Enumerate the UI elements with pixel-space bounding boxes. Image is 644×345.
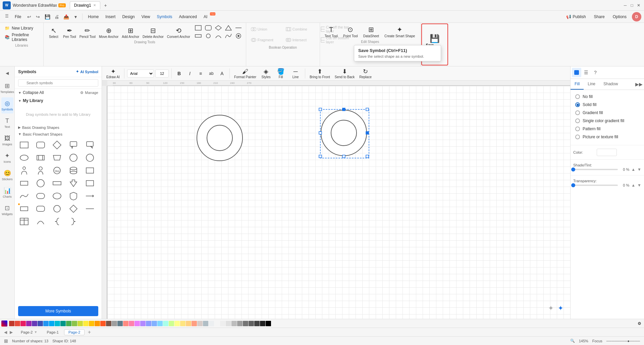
select-tool-btn[interactable]: ↖ Select xyxy=(46,24,61,40)
shape-rect[interactable] xyxy=(17,139,31,151)
more-symbols-btn[interactable]: More Symbols xyxy=(18,306,98,316)
shape-callout-right[interactable] xyxy=(83,139,97,151)
menu-view[interactable]: View xyxy=(139,13,153,20)
shape-curly-brace2[interactable] xyxy=(67,215,80,228)
menu-insert[interactable]: Insert xyxy=(103,13,118,20)
color-swatch-grey[interactable] xyxy=(112,321,117,326)
publish-btn[interactable]: 📢 Publish xyxy=(564,13,588,20)
shape-person[interactable] xyxy=(17,164,31,177)
basic-flowchart-header[interactable]: ▼ Basic Flowchart Shapes xyxy=(15,131,102,138)
shape-circle-btn[interactable] xyxy=(204,32,213,40)
close-tab-icon[interactable]: ✕ xyxy=(93,3,96,7)
sidebar-toggle[interactable]: ☰ xyxy=(3,12,11,20)
color-swatch-orange[interactable] xyxy=(95,321,100,326)
color-swatch-17[interactable] xyxy=(214,321,220,326)
new-tab-btn[interactable]: + xyxy=(102,1,110,9)
fragment-btn[interactable]: Fragment xyxy=(249,35,282,45)
color-swatch-13[interactable] xyxy=(192,321,197,326)
color-swatch-red[interactable] xyxy=(15,321,20,326)
drawing-tab[interactable]: Drawing1 ✕ xyxy=(70,1,100,9)
close-btn[interactable]: ✕ xyxy=(636,3,641,8)
font-color-btn[interactable]: A xyxy=(217,70,227,77)
nav-text[interactable]: T Text xyxy=(1,115,13,131)
pattern-fill-option[interactable]: Pattern fill xyxy=(573,125,641,133)
point-tool-btn[interactable]: ⊙ Point Tool xyxy=(341,24,360,39)
shape-small-rect3[interactable] xyxy=(17,203,31,215)
manage-btn[interactable]: ⚙ Manage xyxy=(80,91,98,95)
shape-diamond2[interactable] xyxy=(67,203,80,215)
delete-anchor-btn[interactable]: ⊟ Delete Anchor xyxy=(141,24,165,40)
menu-file[interactable]: File xyxy=(12,13,24,20)
shape-rect2[interactable] xyxy=(83,164,97,177)
format-painter-btn[interactable]: 🖌 Format Painter xyxy=(232,67,258,80)
menu-home[interactable]: Home xyxy=(85,13,101,20)
pen-tool-btn[interactable]: ✒ Pen Tool xyxy=(62,24,77,40)
color-wheel-btn[interactable] xyxy=(1,321,7,327)
nav-symbols[interactable]: ◎ Symbols xyxy=(1,97,13,113)
move-anchor-btn[interactable]: ⊕ Move Anchor xyxy=(98,24,120,40)
color-swatch-4[interactable] xyxy=(140,321,146,326)
color-swatch-indigo[interactable] xyxy=(38,321,43,326)
zoom-out-icon[interactable]: 🔍 xyxy=(570,339,575,343)
tab-fill[interactable]: Fill xyxy=(571,79,584,90)
shape-rect3[interactable] xyxy=(83,177,97,189)
shape-ellipse[interactable] xyxy=(17,152,31,164)
color-swatch-blue-grey[interactable] xyxy=(117,321,123,326)
plus-icon[interactable]: ✦ xyxy=(558,304,564,312)
shade-down[interactable]: ▼ xyxy=(637,167,641,172)
single-gradient-option[interactable]: Single color gradient fill xyxy=(573,117,641,125)
intersect-btn[interactable]: Intersect xyxy=(284,35,317,45)
no-fill-option[interactable]: No fill xyxy=(573,93,641,101)
new-library-btn[interactable]: 📁 New Library xyxy=(3,25,41,32)
menu-symbols[interactable]: Symbols xyxy=(154,13,175,20)
bold-btn[interactable]: B xyxy=(174,70,184,77)
shape-line2[interactable] xyxy=(83,203,97,215)
color-swatch-24[interactable] xyxy=(254,321,260,326)
add-page-btn[interactable]: + xyxy=(86,329,93,336)
shape-curly-brace[interactable] xyxy=(50,215,64,228)
shape-target-btn[interactable] xyxy=(234,32,243,40)
save-btn[interactable]: 💾 xyxy=(43,13,51,21)
canvas-wrapper[interactable]: 30 60 90 120 150 180 210 240 270 xyxy=(102,81,570,319)
color-swatch-yellow[interactable] xyxy=(83,321,89,326)
shape-wave[interactable] xyxy=(17,190,31,202)
shape-rounded3[interactable] xyxy=(34,203,47,215)
color-swatch-7[interactable] xyxy=(157,321,163,326)
shape-zigzag-btn[interactable] xyxy=(224,32,233,40)
page-tab-2-top[interactable]: Page-2 ▼ xyxy=(17,330,41,335)
color-swatch-12[interactable] xyxy=(186,321,191,326)
canvas[interactable]: ✦ ✦ xyxy=(107,86,570,319)
color-swatch-deep-orange[interactable] xyxy=(100,321,106,326)
add-anchor-btn[interactable]: ⊞ Add Anchor xyxy=(120,24,141,40)
right-circle-shape[interactable] xyxy=(319,108,369,158)
more-btn[interactable]: ▾ xyxy=(71,13,79,21)
shape-cylinder[interactable] xyxy=(67,164,80,177)
page-tab-1[interactable]: Page-1 xyxy=(43,330,62,335)
shape-line-btn[interactable] xyxy=(234,24,243,32)
color-swatch-purple[interactable] xyxy=(26,321,32,326)
color-swatch-amber[interactable] xyxy=(89,321,94,326)
shape-person2[interactable] xyxy=(34,164,47,177)
shape-circle5[interactable] xyxy=(50,203,64,215)
text-tool-btn[interactable]: T Text Tool xyxy=(323,24,340,39)
nav-charts[interactable]: 📊 Charts xyxy=(1,185,13,201)
union-btn[interactable]: Union xyxy=(249,24,282,34)
page-prev-btn[interactable]: ◀ xyxy=(3,329,8,335)
menu-design[interactable]: Design xyxy=(119,13,137,20)
share-btn[interactable]: Share xyxy=(591,13,607,20)
color-swatch-23[interactable] xyxy=(249,321,254,326)
shape-small-rect-btn[interactable] xyxy=(194,32,203,40)
color-swatch-22[interactable] xyxy=(243,321,248,326)
shape-circle3[interactable] xyxy=(83,152,97,164)
my-library-header[interactable]: ▼ My Library xyxy=(15,96,102,105)
color-swatch-14[interactable] xyxy=(197,321,203,326)
color-swatch-19[interactable] xyxy=(226,321,231,326)
export-btn[interactable]: 📤 xyxy=(62,13,70,21)
color-swatch-16[interactable] xyxy=(209,321,214,326)
convert-anchor-btn[interactable]: ⟲ Convert Anchor xyxy=(166,24,192,40)
color-swatch-6[interactable] xyxy=(152,321,157,326)
sparkle-icon[interactable]: ✦ xyxy=(548,304,554,312)
nav-templates[interactable]: ⊞ Templates xyxy=(1,80,13,96)
shape-circle2[interactable] xyxy=(67,152,80,164)
nav-icons[interactable]: ✦ Icons xyxy=(1,150,13,166)
